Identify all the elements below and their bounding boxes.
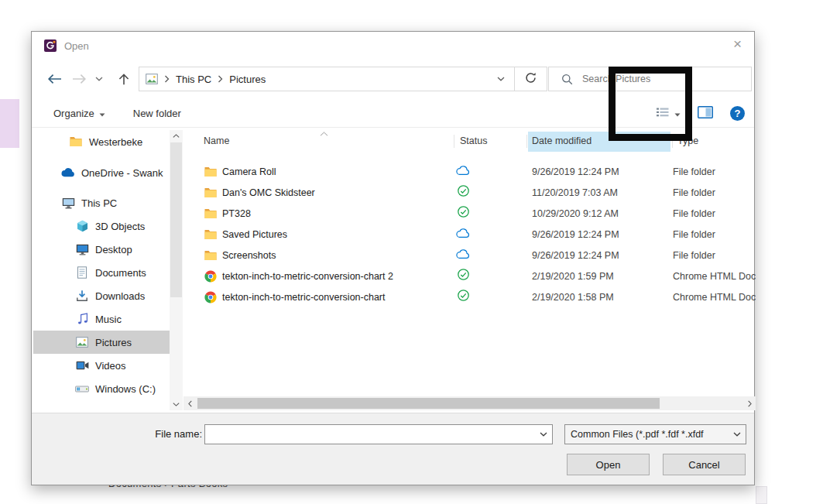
breadcrumb-pictures[interactable]: Pictures — [229, 74, 266, 85]
file-type: Chrome HTML Document — [673, 286, 756, 307]
address-bar[interactable]: This PC Pictures — [139, 67, 515, 91]
sidebar-item-this-pc[interactable]: This PC — [33, 191, 170, 214]
scroll-right-icon[interactable] — [743, 396, 756, 410]
sidebar-scroll-thumb[interactable] — [170, 142, 182, 297]
chevron-right-icon — [164, 75, 170, 83]
status-synced-icon — [458, 290, 469, 304]
sidebar-item-videos[interactable]: Videos — [33, 354, 170, 377]
column-header-status[interactable]: Status — [460, 135, 487, 146]
file-name: PT328 — [222, 208, 251, 219]
status-synced-icon — [458, 206, 469, 221]
status-cloud-icon — [456, 165, 470, 179]
file-row[interactable]: Screenshots9/26/2019 12:24 PMFile folder — [183, 245, 756, 266]
file-name: tekton-inch-to-metric-conversion-chart 2 — [222, 271, 393, 282]
file-type: File folder — [673, 182, 715, 203]
file-name-label: File name: — [140, 428, 202, 440]
file-type-value: Common Files (*.pdf *.fdf *.xfdf — [571, 429, 729, 440]
file-row[interactable]: Camera Roll9/26/2019 12:24 PMFile folder — [183, 161, 756, 182]
preview-pane-icon — [698, 106, 713, 121]
column-header-date-modified[interactable]: Date modified — [532, 135, 592, 146]
sidebar-item-onedrive-swank[interactable]: OneDrive - Swank — [33, 161, 170, 184]
file-date-modified: 2/19/2020 1:59 PM — [532, 266, 614, 286]
sidebar-item-westerbeke[interactable]: Westerbeke — [33, 130, 170, 153]
address-dropdown-icon[interactable] — [497, 77, 505, 81]
file-date-modified: 9/26/2019 12:24 PM — [532, 224, 619, 245]
video-icon — [75, 361, 89, 370]
file-name-combobox — [204, 424, 553, 444]
sidebar-tree: WesterbekeOneDrive - SwankThis PC3D Obje… — [33, 130, 170, 400]
scroll-up-icon[interactable] — [170, 130, 183, 142]
sidebar-item-music[interactable]: Music — [33, 307, 170, 331]
new-folder-button[interactable]: New folder — [133, 108, 181, 119]
sidebar-item-label: Westerbeke — [89, 136, 142, 148]
file-date-modified: 11/20/2019 7:03 AM — [532, 182, 618, 203]
open-button[interactable]: Open — [567, 454, 650, 475]
file-row[interactable]: Dan's OMC Skidsteer11/20/2019 7:03 AMFil… — [183, 182, 756, 203]
scroll-down-icon[interactable] — [170, 399, 183, 410]
back-icon[interactable] — [44, 69, 64, 89]
sidebar-item-label: Music — [95, 314, 122, 325]
background-scrollbar — [756, 486, 767, 504]
sidebar-item-documents[interactable]: Documents — [33, 261, 170, 284]
folder-icon — [204, 208, 217, 219]
folder-icon — [204, 229, 217, 240]
scroll-left-icon[interactable] — [183, 396, 196, 410]
dialog-title: Open — [64, 40, 89, 52]
file-row[interactable]: Saved Pictures9/26/2019 12:24 PMFile fol… — [183, 224, 756, 245]
monitor-icon — [75, 244, 89, 255]
file-date-modified: 9/26/2019 12:24 PM — [532, 161, 619, 182]
refresh-icon — [525, 72, 537, 87]
file-row[interactable]: tekton-inch-to-metric-conversion-chart2/… — [183, 286, 756, 307]
doc-icon — [75, 266, 89, 279]
file-type-select[interactable]: Common Files (*.pdf *.fdf *.xfdf — [564, 424, 746, 444]
sidebar-item-3d-objects[interactable]: 3D Objects — [33, 214, 170, 238]
file-name: Camera Roll — [222, 166, 276, 177]
chrome-icon — [204, 291, 217, 303]
preview-pane-button[interactable] — [698, 106, 713, 121]
background-accent-strip — [0, 99, 19, 148]
sidebar-item-windows-c[interactable]: Windows (C:) — [33, 377, 170, 400]
status-synced-icon — [458, 185, 469, 200]
sidebar-scrollbar[interactable] — [170, 130, 183, 410]
horizontal-scrollbar[interactable] — [183, 396, 756, 410]
titlebar[interactable]: Open × — [32, 32, 754, 60]
sidebar-item-downloads[interactable]: Downloads — [33, 284, 170, 307]
sort-ascending-icon — [320, 128, 328, 139]
forward-icon[interactable] — [69, 69, 89, 89]
sidebar-item-label: Pictures — [95, 337, 132, 348]
organize-button[interactable]: Organize — [53, 108, 105, 119]
up-icon[interactable] — [114, 69, 134, 89]
file-type: File folder — [673, 203, 715, 224]
close-icon[interactable]: × — [733, 36, 742, 51]
file-name: Screenshots — [222, 250, 276, 261]
file-name: tekton-inch-to-metric-conversion-chart — [222, 292, 386, 303]
location-pictures-icon — [146, 74, 158, 84]
cancel-button[interactable]: Cancel — [663, 454, 746, 475]
sidebar-item-desktop[interactable]: Desktop — [33, 238, 170, 261]
file-row[interactable]: tekton-inch-to-metric-conversion-chart 2… — [183, 266, 756, 286]
file-type: File folder — [673, 245, 715, 266]
file-type: File folder — [673, 161, 715, 182]
search-icon — [561, 74, 573, 85]
file-name-input[interactable] — [205, 425, 535, 444]
file-type: File folder — [673, 224, 715, 245]
dialog-footer: File name: Common Files (*.pdf *.fdf *.x… — [32, 413, 754, 485]
refresh-button[interactable] — [515, 67, 547, 91]
breadcrumb-this-pc[interactable]: This PC — [176, 74, 211, 85]
help-button[interactable]: ? — [730, 106, 745, 121]
recent-locations-chevron-icon[interactable] — [94, 69, 105, 89]
drive-icon — [75, 384, 89, 394]
sidebar-item-label: Windows (C:) — [95, 383, 156, 395]
caret-down-icon — [99, 108, 105, 119]
file-row[interactable]: PT32810/29/2020 9:12 AMFile folder — [183, 203, 756, 224]
file-name-dropdown-icon[interactable] — [535, 425, 552, 444]
column-header-name[interactable]: Name — [204, 135, 229, 146]
horizontal-scroll-thumb[interactable] — [197, 398, 660, 409]
organize-label: Organize — [53, 108, 94, 119]
file-date-modified: 2/19/2020 1:58 PM — [532, 286, 614, 307]
column-divider — [526, 135, 527, 148]
file-rows: Camera Roll9/26/2019 12:24 PMFile folder… — [183, 161, 756, 307]
pc-icon — [61, 197, 75, 209]
status-cloud-icon — [456, 249, 470, 262]
sidebar-item-pictures[interactable]: Pictures — [33, 331, 170, 354]
